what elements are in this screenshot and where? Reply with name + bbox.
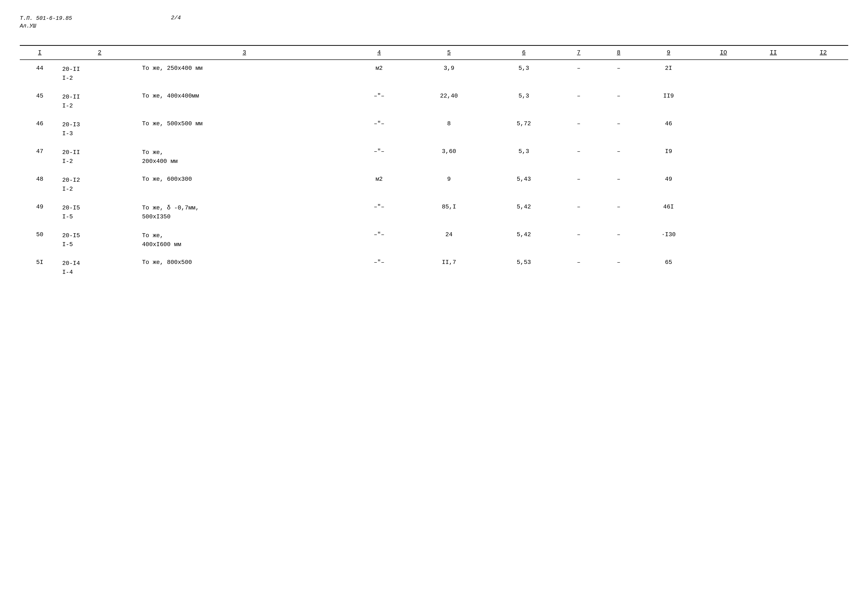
cell-row6-col4: –"–: [349, 226, 409, 254]
cell-row5-col6: 5,42: [489, 199, 558, 226]
cell-row4-col7: –: [559, 171, 598, 199]
cell-row1-col4: –"–: [349, 88, 409, 115]
header-title-line1: Т.П. 501-6-19.85: [20, 15, 72, 23]
cell-row6-col11: [748, 226, 798, 254]
cell-row0-col12: [798, 60, 848, 88]
cell-row6-col3: То же,400xI600 мм: [140, 226, 349, 254]
cell-row3-col8: –: [598, 143, 639, 171]
cell-row7-col10: [699, 254, 749, 282]
cell-row4-col6: 5,43: [489, 171, 558, 199]
cell-row1-col11: [748, 88, 798, 115]
cell-row7-col6: 5,53: [489, 254, 558, 282]
cell-row1-col12: [798, 88, 848, 115]
cell-row5-col10: [699, 199, 749, 226]
cell-row5-col2: 20-I5I-5: [60, 199, 140, 226]
cell-row1-col9: II9: [639, 88, 699, 115]
cell-row0-col7: –: [559, 60, 598, 88]
cell-row2-col7: –: [559, 115, 598, 143]
cell-row2-col12: [798, 115, 848, 143]
col-header-4: 4: [349, 45, 409, 60]
cell-row4-col9: 49: [639, 171, 699, 199]
cell-row3-col10: [699, 143, 749, 171]
table-row: 5I20-I4I-4То же, 800x500–"–II,75,53––65: [20, 254, 848, 282]
main-table-container: I 2 3 4 5 6 7 8 9 IO II I2 4420-III-2То …: [20, 45, 848, 282]
cell-row7-col3: То же, 800x500: [140, 254, 349, 282]
cell-row6-col9: ·I30: [639, 226, 699, 254]
cell-row0-col10: [699, 60, 749, 88]
cell-row0-col2: 20-III-2: [60, 60, 140, 88]
cell-row3-col11: [748, 143, 798, 171]
table-row: 4820-I2I-2То же, 600x300м295,43––49: [20, 171, 848, 199]
cell-row5-col8: –: [598, 199, 639, 226]
cell-row0-col6: 5,3: [489, 60, 558, 88]
col-header-1: I: [20, 45, 60, 60]
cell-row5-col7: –: [559, 199, 598, 226]
cell-row0-col5: 3,9: [409, 60, 489, 88]
cell-row4-col8: –: [598, 171, 639, 199]
table-row: 4720-III-2То же,200x400 мм–"–3,605,3––I9: [20, 143, 848, 171]
cell-row2-col6: 5,72: [489, 115, 558, 143]
cell-row1-col8: –: [598, 88, 639, 115]
cell-row2-col1: 46: [20, 115, 60, 143]
cell-row2-col4: –"–: [349, 115, 409, 143]
header-left: Т.П. 501-6-19.85 Ал.УШ: [20, 15, 72, 30]
table-row: 4420-III-2То же, 250x400 ммм23,95,3––2I: [20, 60, 848, 88]
cell-row1-col1: 45: [20, 88, 60, 115]
cell-row2-col11: [748, 115, 798, 143]
cell-row2-col9: 46: [639, 115, 699, 143]
cell-row0-col4: м2: [349, 60, 409, 88]
cell-row0-col8: –: [598, 60, 639, 88]
col-header-11: II: [748, 45, 798, 60]
cell-row2-col2: 20-I3I-3: [60, 115, 140, 143]
data-table: I 2 3 4 5 6 7 8 9 IO II I2 4420-III-2То …: [20, 45, 848, 282]
cell-row3-col9: I9: [639, 143, 699, 171]
cell-row3-col1: 47: [20, 143, 60, 171]
cell-row7-col11: [748, 254, 798, 282]
cell-row5-col12: [798, 199, 848, 226]
col-header-10: IO: [699, 45, 749, 60]
cell-row6-col7: –: [559, 226, 598, 254]
cell-row7-col4: –"–: [349, 254, 409, 282]
cell-row5-col5: 85,I: [409, 199, 489, 226]
cell-row6-col8: –: [598, 226, 639, 254]
cell-row4-col11: [748, 171, 798, 199]
cell-row6-col10: [699, 226, 749, 254]
cell-row6-col5: 24: [409, 226, 489, 254]
header-title-line2: Ал.УШ: [20, 23, 72, 30]
cell-row6-col6: 5,42: [489, 226, 558, 254]
col-header-7: 7: [559, 45, 598, 60]
cell-row2-col10: [699, 115, 749, 143]
cell-row3-col2: 20-III-2: [60, 143, 140, 171]
cell-row0-col9: 2I: [639, 60, 699, 88]
cell-row3-col4: –"–: [349, 143, 409, 171]
cell-row4-col3: То же, 600x300: [140, 171, 349, 199]
cell-row1-col2: 20-III-2: [60, 88, 140, 115]
cell-row7-col5: II,7: [409, 254, 489, 282]
cell-row5-col4: –"–: [349, 199, 409, 226]
col-header-6: 6: [489, 45, 558, 60]
cell-row1-col5: 22,40: [409, 88, 489, 115]
cell-row3-col6: 5,3: [489, 143, 558, 171]
cell-row1-col10: [699, 88, 749, 115]
col-header-5: 5: [409, 45, 489, 60]
cell-row7-col2: 20-I4I-4: [60, 254, 140, 282]
cell-row2-col3: То же, 500x500 мм: [140, 115, 349, 143]
cell-row7-col12: [798, 254, 848, 282]
cell-row4-col12: [798, 171, 848, 199]
cell-row5-col3: То же, δ -0,7мм,500xI350: [140, 199, 349, 226]
cell-row5-col11: [748, 199, 798, 226]
cell-row6-col2: 20-I5I-5: [60, 226, 140, 254]
cell-row6-col12: [798, 226, 848, 254]
cell-row7-col9: 65: [639, 254, 699, 282]
cell-row5-col1: 49: [20, 199, 60, 226]
cell-row4-col10: [699, 171, 749, 199]
cell-row4-col2: 20-I2I-2: [60, 171, 140, 199]
cell-row3-col12: [798, 143, 848, 171]
page-header: Т.П. 501-6-19.85 Ал.УШ 2/4: [20, 15, 848, 30]
cell-row0-col11: [748, 60, 798, 88]
table-row: 5020-I5I-5То же,400xI600 мм–"–245,42––·I…: [20, 226, 848, 254]
page-number: 2/4: [171, 15, 181, 21]
cell-row4-col4: м2: [349, 171, 409, 199]
cell-row3-col7: –: [559, 143, 598, 171]
table-row: 4520-III-2То же, 400x400мм–"–22,405,3––I…: [20, 88, 848, 115]
